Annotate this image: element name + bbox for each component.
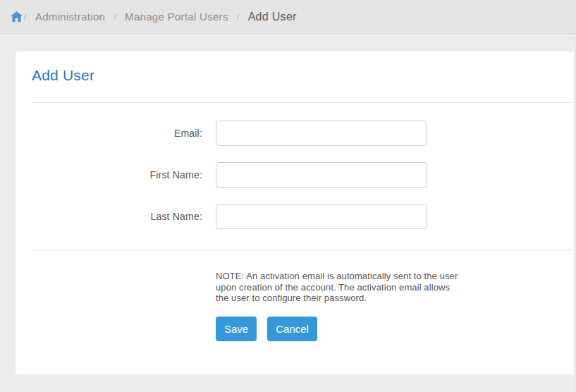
add-user-panel: Add User Email: First Name: Last Name: N… — [16, 51, 576, 374]
first-name-field[interactable] — [216, 162, 427, 188]
page-title: Add User — [32, 67, 94, 84]
title-divider — [32, 102, 573, 103]
email-label: Email: — [16, 128, 202, 139]
breadcrumb-item-manage-portal-users[interactable]: Manage Portal Users — [125, 11, 228, 23]
breadcrumb-separator: / — [114, 11, 116, 22]
form-divider — [32, 250, 573, 250]
form-row-first-name: First Name: — [16, 162, 576, 188]
save-button[interactable]: Save — [216, 317, 257, 341]
breadcrumb-item-add-user: Add User — [248, 11, 297, 23]
breadcrumb-separator: / — [237, 11, 240, 22]
last-name-label: Last Name: — [16, 211, 202, 222]
form-actions: Save Cancel — [216, 317, 317, 341]
last-name-field[interactable] — [216, 204, 427, 229]
first-name-label: First Name: — [16, 169, 202, 180]
breadcrumb: / Administration / Manage Portal Users /… — [0, 0, 576, 34]
email-field[interactable] — [216, 121, 427, 146]
breadcrumb-home-link[interactable] — [11, 11, 23, 23]
breadcrumb-separator: / — [24, 11, 27, 22]
form-row-email: Email: — [16, 121, 576, 146]
home-icon — [11, 11, 23, 23]
breadcrumb-item-administration[interactable]: Administration — [35, 11, 105, 23]
cancel-button[interactable]: Cancel — [267, 317, 317, 341]
form-row-last-name: Last Name: — [16, 204, 576, 229]
activation-note: NOTE: An activation email is automatical… — [216, 271, 462, 304]
